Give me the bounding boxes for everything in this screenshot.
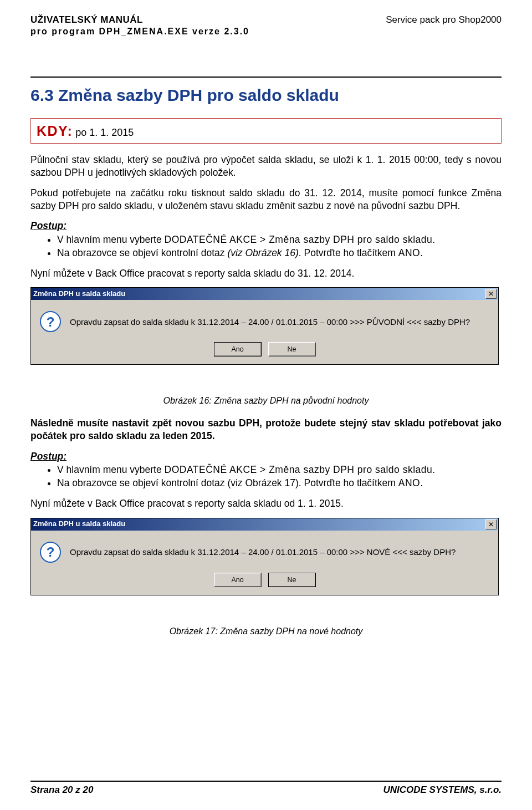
list-item: Na obrazovce se objeví kontrolní dotaz (… (57, 247, 502, 259)
dialog-box-1: Změna DPH u salda skladu ✕ ? Opravdu zap… (30, 287, 499, 365)
dialog-message: Opravdu zapsat do salda skladu k 31.12.2… (70, 547, 456, 558)
question-icon: ? (40, 311, 61, 332)
header-title-1: UŽIVATELSKÝ MANUÁL (30, 14, 249, 26)
footer-rule (30, 781, 502, 782)
header-title-2: pro program DPH_ZMENA.EXE verze 2.3.0 (30, 26, 249, 38)
kdy-box: KDY: po 1. 1. 2015 (30, 118, 502, 144)
footer-left: Strana 20 z 20 (30, 784, 93, 796)
kdy-label: KDY: (37, 123, 73, 139)
yes-button[interactable]: Ano (214, 342, 262, 356)
postup-label-2: Postup: (30, 450, 502, 463)
kdy-text: po 1. 1. 2015 (73, 127, 134, 138)
dialog-title: Změna DPH u salda skladu (33, 289, 125, 299)
close-icon: ✕ (488, 521, 494, 528)
no-button[interactable]: Ne (268, 342, 316, 356)
no-button[interactable]: Ne (268, 573, 316, 587)
figure-caption-16: Obrázek 16: Změna sazby DPH na původní h… (30, 395, 502, 407)
header-rule (30, 77, 502, 78)
section-heading: 6.3 Změna sazby DPH pro saldo skladu (30, 84, 502, 106)
close-icon: ✕ (488, 291, 494, 297)
dialog-titlebar: Změna DPH u salda skladu ✕ (31, 518, 498, 531)
list-item: V hlavním menu vyberte DODATEČNÉ AKCE > … (57, 463, 502, 476)
dialog-message: Opravdu zapsat do salda skladu k 31.12.2… (70, 317, 470, 328)
dialog-titlebar: Změna DPH u salda skladu ✕ (31, 288, 498, 300)
page-header: UŽIVATELSKÝ MANUÁL pro program DPH_ZMENA… (30, 14, 502, 38)
close-button[interactable]: ✕ (485, 289, 497, 299)
page-footer: Strana 20 z 20 UNICODE SYSTEMS, s.r.o. (30, 781, 502, 796)
paragraph-2: Pokud potřebujete na začátku roku tiskno… (30, 187, 502, 212)
paragraph-1: Půlnoční stav skladu, který se používá p… (30, 154, 502, 179)
menu-path: DODATEČNÉ AKCE > Změna sazby DPH pro sal… (165, 234, 436, 245)
header-right: Service pack pro Shop2000 (386, 14, 502, 38)
figure-caption-17: Obrázek 17: Změna sazby DPH na nové hodn… (30, 626, 502, 638)
dialog-box-2: Změna DPH u salda skladu ✕ ? Opravdu zap… (30, 518, 499, 595)
paragraph-4: Následně musíte nastavit zpět novou sazb… (30, 417, 502, 442)
paragraph-3: Nyní můžete v Back Office pracovat s rep… (30, 267, 502, 280)
list-item: Na obrazovce se objeví kontrolní dotaz (… (57, 477, 502, 490)
paragraph-5: Nyní můžete v Back Office pracovat s rep… (30, 497, 502, 510)
close-button[interactable]: ✕ (485, 519, 497, 529)
menu-path: DODATEČNÉ AKCE > Změna sazby DPH pro sal… (165, 464, 436, 475)
bullet-list-2: V hlavním menu vyberte DODATEČNÉ AKCE > … (30, 463, 502, 490)
dialog-title: Změna DPH u salda skladu (33, 519, 125, 529)
footer-right: UNICODE SYSTEMS, s.r.o. (383, 784, 502, 796)
question-icon: ? (40, 542, 61, 563)
list-item: V hlavním menu vyberte DODATEČNÉ AKCE > … (57, 233, 502, 246)
yes-button[interactable]: Ano (214, 573, 262, 587)
postup-label-1: Postup: (30, 220, 502, 232)
bullet-list-1: V hlavním menu vyberte DODATEČNÉ AKCE > … (30, 233, 502, 259)
